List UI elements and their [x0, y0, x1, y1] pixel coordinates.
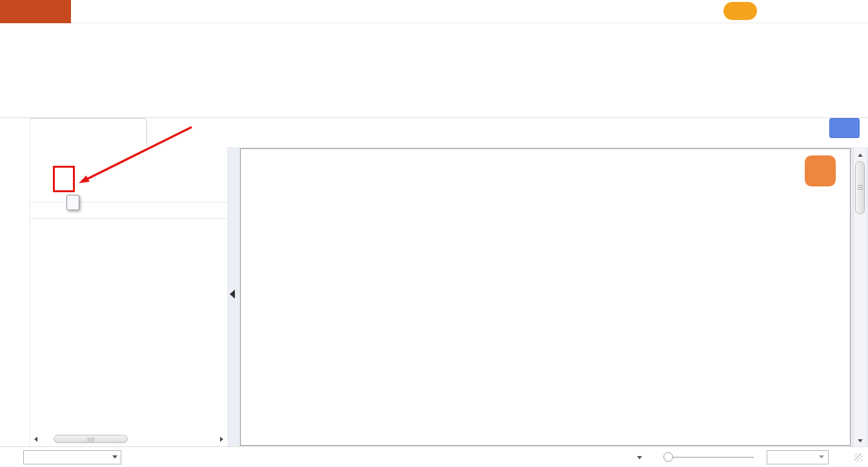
attachments-table	[30, 202, 227, 219]
collapse-ribbon-icon[interactable]	[851, 103, 862, 114]
scroll-left-icon[interactable]	[31, 434, 40, 444]
horizontal-scrollbar[interactable]	[31, 433, 226, 444]
resize-grip[interactable]	[854, 453, 863, 462]
annotation-highlight-box	[53, 166, 75, 192]
document-tab-bar	[0, 118, 868, 147]
page-navigation	[6, 447, 152, 467]
chevron-down-icon[interactable]	[819, 455, 824, 459]
panel-splitter[interactable]	[227, 147, 239, 446]
view-controls	[623, 447, 863, 467]
horizontal-scroll-thumb[interactable]	[54, 435, 128, 443]
chevron-down-icon[interactable]	[637, 456, 642, 459]
ribbon-toolbar	[0, 50, 868, 118]
document-area	[239, 147, 868, 446]
foxit-bird-icon	[28, 4, 43, 19]
document-tab[interactable]	[25, 118, 147, 147]
chevron-down-icon[interactable]	[112, 455, 117, 459]
scroll-down-icon[interactable]	[858, 439, 863, 442]
chevron-down-icon	[739, 7, 747, 15]
vertical-scroll-thumb[interactable]	[855, 161, 865, 214]
read-mode-button[interactable]	[623, 452, 642, 463]
fullscreen-button[interactable]	[834, 451, 847, 464]
zoom-level-input[interactable]	[767, 450, 829, 464]
menu-bar	[0, 24, 868, 50]
login-register-button[interactable]	[723, 2, 757, 20]
page-number-input[interactable]	[23, 450, 121, 464]
scroll-right-icon[interactable]	[217, 434, 226, 444]
pdf-page	[240, 148, 851, 446]
close-tab-icon[interactable]	[130, 128, 139, 137]
merge-split-icon	[836, 122, 849, 134]
assistant-lightbulb-button[interactable]	[805, 155, 836, 186]
status-bar	[0, 446, 868, 467]
zoom-slider[interactable]	[663, 452, 754, 462]
clock-icon	[623, 452, 634, 463]
zoom-slider-track[interactable]	[663, 457, 754, 458]
horizontal-scroll-track[interactable]	[40, 434, 217, 444]
vertical-scrollbar[interactable]	[853, 147, 866, 446]
collapse-panel-icon[interactable]	[230, 290, 235, 299]
tooltip	[66, 195, 79, 210]
title-bar	[0, 0, 868, 23]
lightbulb-icon	[811, 161, 830, 181]
scroll-up-icon[interactable]	[858, 154, 863, 157]
zoom-slider-thumb[interactable]	[663, 452, 673, 462]
attachments-table-header	[30, 202, 227, 219]
app-logo	[0, 0, 71, 23]
navigation-rail	[0, 118, 30, 446]
pdf-merge-split-button[interactable]	[829, 118, 860, 138]
